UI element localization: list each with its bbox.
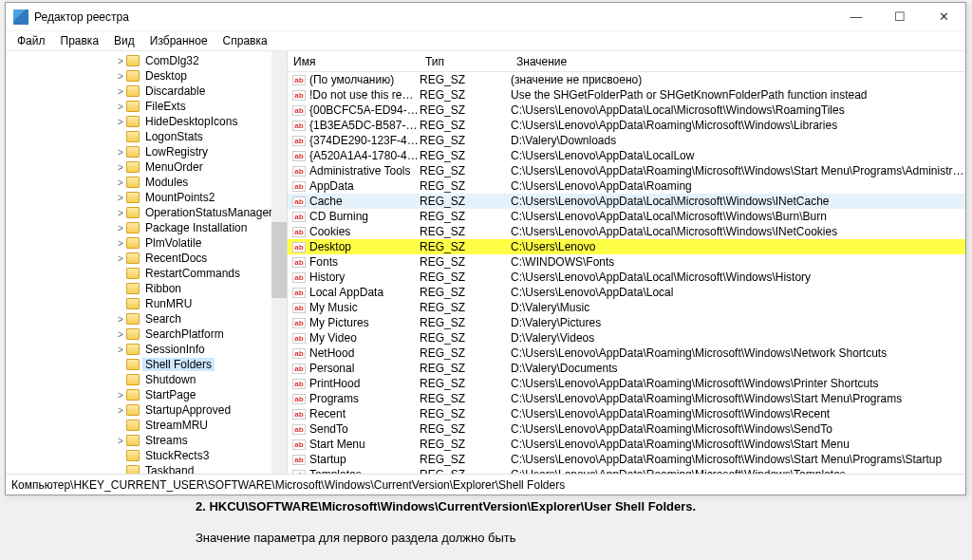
expand-icon[interactable] — [115, 132, 126, 142]
value-row[interactable]: abSendToREG_SZC:\Users\Lenovo\AppData\Ro… — [288, 421, 965, 437]
tree-node[interactable]: >FileExts — [6, 99, 287, 114]
value-row[interactable]: abDesktopREG_SZC:\Users\Lenovo — [288, 239, 965, 254]
value-row[interactable]: ab{A520A1A4-1780-4FF6-BD1...REG_SZC:\Use… — [288, 148, 965, 163]
expand-icon[interactable] — [115, 360, 126, 370]
tree-node[interactable]: >Package Installation — [6, 220, 287, 235]
expand-icon[interactable] — [115, 420, 126, 431]
value-row[interactable]: abCD BurningREG_SZC:\Users\Lenovo\AppDat… — [288, 209, 965, 224]
value-row[interactable]: ab{00BCFC5A-ED94-4E48-96A...REG_SZC:\Use… — [288, 103, 965, 118]
expand-icon[interactable] — [115, 466, 126, 475]
tree-node[interactable]: Ribbon — [6, 281, 287, 296]
menu-вид[interactable]: Вид — [106, 32, 142, 49]
expand-icon[interactable]: > — [115, 208, 126, 218]
tree-node[interactable]: RestartCommands — [6, 266, 287, 281]
value-row[interactable]: abRecentREG_SZC:\Users\Lenovo\AppData\Ro… — [288, 406, 965, 421]
tree-node[interactable]: >StartPage — [6, 387, 287, 402]
value-row[interactable]: abHistoryREG_SZC:\Users\Lenovo\AppData\L… — [288, 270, 965, 285]
menu-правка[interactable]: Правка — [53, 32, 107, 49]
expand-icon[interactable]: > — [115, 162, 126, 173]
close-button[interactable]: ✕ — [922, 3, 965, 31]
values-pane[interactable]: Имя Тип Значение ab(По умолчанию)REG_SZ(… — [288, 51, 965, 474]
tree-node[interactable]: >RecentDocs — [6, 251, 287, 266]
col-name[interactable]: Имя — [288, 55, 420, 68]
col-type[interactable]: Тип — [420, 55, 511, 68]
expand-icon[interactable]: > — [115, 71, 126, 82]
expand-icon[interactable]: > — [115, 117, 126, 127]
tree-node[interactable]: Shutdown — [6, 372, 287, 387]
maximize-button[interactable]: ☐ — [878, 3, 922, 31]
expand-icon[interactable] — [115, 451, 126, 461]
value-row[interactable]: abCacheREG_SZC:\Users\Lenovo\AppData\Loc… — [288, 194, 965, 209]
expand-icon[interactable]: > — [115, 390, 126, 401]
value-row[interactable]: abStartupREG_SZC:\Users\Lenovo\AppData\R… — [288, 452, 965, 467]
expand-icon[interactable]: > — [115, 345, 126, 355]
value-row[interactable]: abFontsREG_SZC:\WINDOWS\Fonts — [288, 254, 965, 270]
value-row[interactable]: ab(По умолчанию)REG_SZ(значение не присв… — [288, 72, 965, 87]
tree-node[interactable]: >StartupApproved — [6, 402, 287, 418]
tree-node[interactable]: >PlmVolatile — [6, 235, 287, 251]
value-row[interactable]: abAdministrative ToolsREG_SZC:\Users\Len… — [288, 163, 965, 178]
minimize-button[interactable]: — — [834, 3, 878, 31]
tree-node[interactable]: RunMRU — [6, 296, 287, 311]
tree-node[interactable]: >Discardable — [6, 84, 287, 99]
expand-icon[interactable] — [115, 299, 126, 309]
expand-icon[interactable]: > — [115, 329, 126, 340]
expand-icon[interactable]: > — [115, 56, 126, 66]
expand-icon[interactable]: > — [115, 147, 126, 158]
tree-node[interactable]: >MountPoints2 — [6, 190, 287, 205]
tree-node[interactable]: Shell Folders — [6, 357, 287, 372]
tree-node[interactable]: >HideDesktopIcons — [6, 114, 287, 129]
scrollbar-thumb[interactable] — [271, 222, 287, 298]
menu-файл[interactable]: Файл — [9, 32, 53, 49]
value-row[interactable]: abNetHoodREG_SZC:\Users\Lenovo\AppData\R… — [288, 345, 965, 361]
value-row[interactable]: abProgramsREG_SZC:\Users\Lenovo\AppData\… — [288, 391, 965, 406]
value-row[interactable]: abCookiesREG_SZC:\Users\Lenovo\AppData\L… — [288, 224, 965, 239]
col-value[interactable]: Значение — [511, 55, 965, 68]
expand-icon[interactable]: > — [115, 223, 126, 233]
tree-node[interactable]: >Streams — [6, 433, 287, 448]
expand-icon[interactable]: > — [115, 102, 126, 112]
expand-icon[interactable] — [115, 284, 126, 294]
tree-node[interactable]: >OperationStatusManager — [6, 205, 287, 220]
tree-node[interactable]: >LowRegistry — [6, 144, 287, 159]
tree-label: RestartCommands — [142, 267, 243, 280]
tree-node[interactable]: >SessionInfo — [6, 342, 287, 357]
value-row[interactable]: abPersonalREG_SZD:\Valery\Documents — [288, 361, 965, 376]
expand-icon[interactable]: > — [115, 253, 126, 264]
tree-node[interactable]: >Desktop — [6, 68, 287, 84]
value-row[interactable]: abTemplatesREG_SZC:\Users\Lenovo\AppData… — [288, 467, 965, 474]
expand-icon[interactable] — [115, 375, 126, 385]
expand-icon[interactable]: > — [115, 86, 126, 97]
value-row[interactable]: abMy VideoREG_SZD:\Valery\Videos — [288, 330, 965, 345]
expand-icon[interactable]: > — [115, 405, 126, 416]
value-row[interactable]: abPrintHoodREG_SZC:\Users\Lenovo\AppData… — [288, 376, 965, 391]
value-row[interactable]: abAppDataREG_SZC:\Users\Lenovo\AppData\R… — [288, 178, 965, 194]
value-row[interactable]: abMy MusicREG_SZD:\Valery\Music — [288, 300, 965, 315]
value-row[interactable]: abMy PicturesREG_SZD:\Valery\Pictures — [288, 315, 965, 330]
menu-справка[interactable]: Справка — [215, 32, 275, 49]
tree-node[interactable]: LogonStats — [6, 129, 287, 144]
value-row[interactable]: abStart MenuREG_SZC:\Users\Lenovo\AppDat… — [288, 437, 965, 452]
expand-icon[interactable]: > — [115, 436, 126, 446]
tree-node[interactable]: Taskband — [6, 463, 287, 474]
title-bar[interactable]: Редактор реестра — ☐ ✕ — [6, 3, 965, 31]
value-row[interactable]: abLocal AppDataREG_SZC:\Users\Lenovo\App… — [288, 285, 965, 300]
list-header[interactable]: Имя Тип Значение — [288, 51, 965, 72]
value-row[interactable]: ab{374DE290-123F-4565-9164...REG_SZD:\Va… — [288, 133, 965, 148]
expand-icon[interactable]: > — [115, 177, 126, 188]
expand-icon[interactable] — [115, 269, 126, 279]
expand-icon[interactable]: > — [115, 193, 126, 203]
expand-icon[interactable]: > — [115, 238, 126, 249]
tree-pane[interactable]: >ComDlg32>Desktop>Discardable>FileExts>H… — [6, 51, 288, 474]
tree-node[interactable]: StreamMRU — [6, 418, 287, 433]
tree-node[interactable]: >ComDlg32 — [6, 53, 287, 68]
expand-icon[interactable]: > — [115, 314, 126, 325]
tree-node[interactable]: >MenuOrder — [6, 159, 287, 175]
tree-node[interactable]: StuckRects3 — [6, 448, 287, 463]
value-row[interactable]: ab!Do not use this registry keyREG_SZUse… — [288, 87, 965, 103]
menu-избранное[interactable]: Избранное — [142, 32, 215, 49]
tree-node[interactable]: >Modules — [6, 175, 287, 190]
tree-node[interactable]: >Search — [6, 311, 287, 327]
tree-node[interactable]: >SearchPlatform — [6, 327, 287, 342]
value-row[interactable]: ab{1B3EA5DC-B587-4786-B4E...REG_SZC:\Use… — [288, 118, 965, 133]
